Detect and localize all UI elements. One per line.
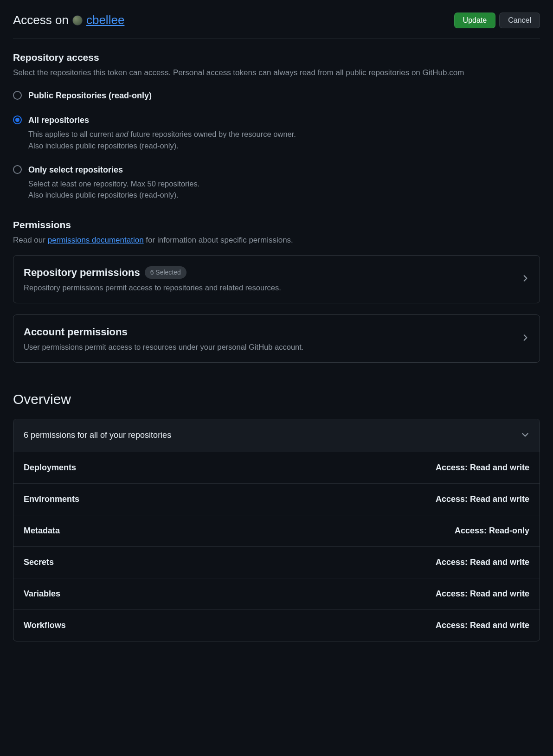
permission-name: Variables: [24, 588, 60, 600]
permissions-doc-link[interactable]: permissions documentation: [48, 236, 144, 244]
repo-perm-title: Repository permissions: [24, 265, 140, 280]
account-permissions-card[interactable]: Account permissions User permissions per…: [13, 314, 540, 363]
title-prefix: Access on: [13, 11, 69, 29]
radio-input-public[interactable]: [13, 91, 22, 100]
radio-desc: This applies to all current and future r…: [28, 128, 296, 152]
page-title: Access on cbellee: [13, 11, 124, 29]
permissions-desc: Read our permissions documentation for i…: [13, 234, 540, 246]
chevron-right-icon: [521, 272, 529, 286]
permissions-title: Permissions: [13, 218, 540, 232]
permission-name: Metadata: [24, 525, 60, 537]
repo-access-title: Repository access: [13, 50, 540, 65]
update-button[interactable]: Update: [454, 13, 496, 28]
repo-access-desc: Select the repositories this token can a…: [13, 67, 540, 79]
overview-row: VariablesAccess: Read and write: [13, 578, 540, 609]
repo-perm-badge: 6 Selected: [145, 266, 186, 279]
radio-label: Public Repositories (read-only): [28, 90, 152, 102]
account-perm-title: Account permissions: [24, 324, 303, 340]
permission-name: Environments: [24, 493, 79, 506]
radio-label: All repositories: [28, 114, 296, 127]
radio-desc: Select at least one repository. Max 50 r…: [28, 178, 199, 201]
overview-row: MetadataAccess: Read-only: [13, 515, 540, 546]
permission-access: Access: Read and write: [436, 588, 529, 600]
radio-public[interactable]: Public Repositories (read-only): [13, 90, 540, 102]
radio-select[interactable]: Only select repositories Select at least…: [13, 164, 540, 201]
overview-row: SecretsAccess: Read and write: [13, 546, 540, 578]
permission-access: Access: Read-only: [455, 525, 529, 537]
radio-label: Only select repositories: [28, 164, 199, 176]
overview-row: WorkflowsAccess: Read and write: [13, 609, 540, 641]
permission-name: Secrets: [24, 556, 54, 569]
overview-header-text: 6 permissions for all of your repositori…: [24, 429, 171, 442]
overview-title: Overview: [13, 389, 540, 410]
radio-input-all[interactable]: [13, 115, 22, 124]
permission-access: Access: Read and write: [436, 619, 529, 632]
avatar: [72, 15, 83, 26]
repo-perm-desc: Repository permissions permit access to …: [24, 282, 281, 294]
cancel-button[interactable]: Cancel: [499, 13, 540, 28]
account-perm-desc: User permissions permit access to resour…: [24, 341, 303, 353]
repo-permissions-card[interactable]: Repository permissions 6 Selected Reposi…: [13, 255, 540, 303]
overview-row: DeploymentsAccess: Read and write: [13, 452, 540, 483]
user-link[interactable]: cbellee: [86, 11, 124, 29]
radio-all[interactable]: All repositories This applies to all cur…: [13, 114, 540, 152]
permission-access: Access: Read and write: [436, 493, 529, 506]
chevron-down-icon: [521, 429, 529, 442]
permission-name: Workflows: [24, 619, 66, 632]
radio-input-select[interactable]: [13, 165, 22, 174]
overview-box: 6 permissions for all of your repositori…: [13, 419, 540, 641]
permission-access: Access: Read and write: [436, 556, 529, 569]
permission-name: Deployments: [24, 461, 76, 474]
overview-header[interactable]: 6 permissions for all of your repositori…: [13, 419, 540, 452]
permission-access: Access: Read and write: [436, 461, 529, 474]
chevron-right-icon: [521, 332, 529, 346]
overview-row: EnvironmentsAccess: Read and write: [13, 483, 540, 515]
